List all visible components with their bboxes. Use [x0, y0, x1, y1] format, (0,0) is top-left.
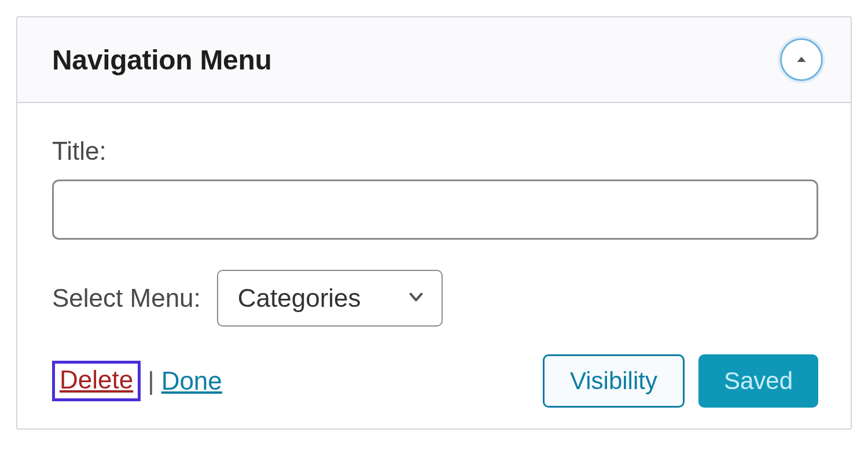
action-separator: | — [148, 367, 154, 395]
title-label: Title: — [52, 137, 818, 166]
saved-button[interactable]: Saved — [698, 354, 818, 408]
select-menu-label: Select Menu: — [52, 284, 201, 313]
chevron-up-icon — [795, 53, 808, 67]
title-input[interactable] — [52, 179, 818, 240]
select-menu-row: Select Menu: Categories — [52, 270, 818, 327]
delete-link[interactable]: Delete — [52, 361, 141, 401]
select-menu-dropdown[interactable]: Categories — [217, 270, 443, 327]
collapse-button[interactable] — [780, 38, 823, 81]
select-menu-wrap: Categories — [217, 270, 443, 327]
widget-header: Navigation Menu — [17, 17, 851, 103]
widget-title: Navigation Menu — [52, 44, 272, 76]
left-actions: Delete | Done — [52, 361, 222, 401]
done-link[interactable]: Done — [161, 367, 222, 395]
svg-marker-0 — [797, 57, 806, 62]
actions-row: Delete | Done Visibility Saved — [52, 354, 818, 408]
navigation-menu-widget: Navigation Menu Title: Select Menu: Cate… — [16, 16, 852, 430]
visibility-button[interactable]: Visibility — [543, 354, 685, 408]
widget-body: Title: Select Menu: Categories Delete | … — [17, 103, 851, 428]
right-actions: Visibility Saved — [543, 354, 818, 408]
